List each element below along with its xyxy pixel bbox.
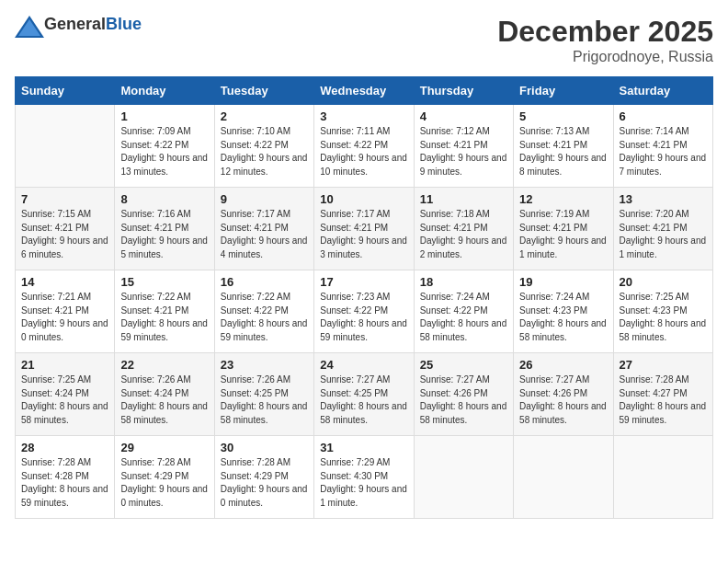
day-number: 13: [620, 192, 707, 206]
day-number: 1: [120, 109, 208, 123]
day-info: Sunrise: 7:27 AMSunset: 4:26 PMDaylight:…: [519, 373, 607, 427]
calendar-cell: 30Sunrise: 7:28 AMSunset: 4:29 PMDayligh…: [214, 436, 313, 519]
calendar-cell: 12Sunrise: 7:19 AMSunset: 4:21 PMDayligh…: [514, 188, 613, 270]
weekday-header-sunday: Sunday: [16, 77, 115, 105]
day-number: 31: [320, 441, 407, 454]
calendar-cell: 13Sunrise: 7:20 AMSunset: 4:21 PMDayligh…: [613, 188, 712, 270]
day-number: 11: [420, 192, 507, 206]
day-number: 30: [221, 441, 308, 454]
location-title: Prigorodnoye, Russia: [497, 49, 713, 65]
day-info: Sunrise: 7:14 AMSunset: 4:21 PMDaylight:…: [620, 125, 707, 178]
calendar-cell: 9Sunrise: 7:17 AMSunset: 4:21 PMDaylight…: [214, 188, 313, 270]
day-number: 21: [21, 358, 108, 372]
calendar-cell: 26Sunrise: 7:27 AMSunset: 4:26 PMDayligh…: [514, 353, 613, 436]
calendar-cell: 29Sunrise: 7:28 AMSunset: 4:29 PMDayligh…: [115, 436, 214, 519]
day-number: 3: [320, 109, 407, 123]
day-info: Sunrise: 7:22 AMSunset: 4:21 PMDaylight:…: [120, 291, 208, 344]
calendar-cell: 21Sunrise: 7:25 AMSunset: 4:24 PMDayligh…: [16, 353, 115, 436]
week-row-5: 28Sunrise: 7:28 AMSunset: 4:28 PMDayligh…: [16, 436, 713, 519]
calendar-cell: 14Sunrise: 7:21 AMSunset: 4:21 PMDayligh…: [16, 270, 115, 353]
day-info: Sunrise: 7:27 AMSunset: 4:25 PMDaylight:…: [320, 373, 407, 427]
calendar-cell: 10Sunrise: 7:17 AMSunset: 4:21 PMDayligh…: [314, 188, 414, 270]
day-number: 2: [221, 109, 308, 123]
day-number: 14: [21, 275, 108, 289]
calendar-cell: 17Sunrise: 7:23 AMSunset: 4:22 PMDayligh…: [314, 270, 414, 353]
weekday-header-tuesday: Tuesday: [214, 77, 313, 105]
day-number: 27: [620, 358, 707, 372]
weekday-header-thursday: Thursday: [414, 77, 513, 105]
day-info: Sunrise: 7:23 AMSunset: 4:22 PMDaylight:…: [320, 291, 407, 344]
day-number: 28: [21, 441, 108, 454]
calendar-cell: [613, 436, 712, 519]
day-number: 17: [320, 275, 407, 289]
day-info: Sunrise: 7:22 AMSunset: 4:22 PMDaylight:…: [221, 291, 308, 344]
day-info: Sunrise: 7:17 AMSunset: 4:21 PMDaylight:…: [320, 208, 407, 261]
month-title: December 2025: [497, 15, 713, 49]
day-info: Sunrise: 7:21 AMSunset: 4:21 PMDaylight:…: [21, 291, 108, 344]
day-number: 23: [221, 358, 308, 372]
day-number: 18: [420, 275, 507, 289]
calendar-cell: 11Sunrise: 7:18 AMSunset: 4:21 PMDayligh…: [414, 188, 513, 270]
calendar-cell: 25Sunrise: 7:27 AMSunset: 4:26 PMDayligh…: [414, 353, 513, 436]
weekday-header-monday: Monday: [115, 77, 214, 105]
day-number: 7: [21, 192, 108, 206]
day-number: 10: [320, 192, 407, 206]
calendar-cell: 23Sunrise: 7:26 AMSunset: 4:25 PMDayligh…: [214, 353, 313, 436]
calendar-cell: 28Sunrise: 7:28 AMSunset: 4:28 PMDayligh…: [16, 436, 115, 519]
day-number: 6: [620, 109, 707, 123]
calendar-cell: [414, 436, 513, 519]
day-number: 22: [120, 358, 208, 372]
calendar-cell: 19Sunrise: 7:24 AMSunset: 4:23 PMDayligh…: [514, 270, 613, 353]
calendar-cell: 4Sunrise: 7:12 AMSunset: 4:21 PMDaylight…: [414, 105, 513, 188]
calendar-cell: 18Sunrise: 7:24 AMSunset: 4:22 PMDayligh…: [414, 270, 513, 353]
day-info: Sunrise: 7:25 AMSunset: 4:24 PMDaylight:…: [21, 373, 108, 427]
day-number: 20: [620, 275, 707, 289]
day-number: 15: [120, 275, 208, 289]
day-number: 8: [120, 192, 208, 206]
week-row-4: 21Sunrise: 7:25 AMSunset: 4:24 PMDayligh…: [16, 353, 713, 436]
day-number: 16: [221, 275, 308, 289]
calendar-cell: 20Sunrise: 7:25 AMSunset: 4:23 PMDayligh…: [613, 270, 712, 353]
day-number: 25: [420, 358, 507, 372]
day-info: Sunrise: 7:20 AMSunset: 4:21 PMDaylight:…: [620, 208, 707, 261]
day-info: Sunrise: 7:28 AMSunset: 4:27 PMDaylight:…: [620, 373, 707, 427]
weekday-header-friday: Friday: [514, 77, 613, 105]
day-number: 19: [519, 275, 607, 289]
day-number: 4: [420, 109, 507, 123]
day-number: 9: [221, 192, 308, 206]
weekday-header-saturday: Saturday: [613, 77, 712, 105]
day-number: 12: [519, 192, 607, 206]
day-info: Sunrise: 7:27 AMSunset: 4:26 PMDaylight:…: [420, 373, 507, 427]
day-info: Sunrise: 7:12 AMSunset: 4:21 PMDaylight:…: [420, 125, 507, 178]
weekday-header-row: SundayMondayTuesdayWednesdayThursdayFrid…: [16, 77, 713, 105]
day-number: 5: [519, 109, 607, 123]
logo-icon: [15, 16, 40, 34]
calendar-cell: 16Sunrise: 7:22 AMSunset: 4:22 PMDayligh…: [214, 270, 313, 353]
calendar-cell: 31Sunrise: 7:29 AMSunset: 4:30 PMDayligh…: [314, 436, 414, 519]
logo-blue: Blue: [106, 15, 142, 33]
calendar-cell: 3Sunrise: 7:11 AMSunset: 4:22 PMDaylight…: [314, 105, 414, 188]
day-info: Sunrise: 7:19 AMSunset: 4:21 PMDaylight:…: [519, 208, 607, 261]
calendar-cell: 5Sunrise: 7:13 AMSunset: 4:21 PMDaylight…: [514, 105, 613, 188]
day-info: Sunrise: 7:26 AMSunset: 4:25 PMDaylight:…: [221, 373, 308, 427]
day-info: Sunrise: 7:29 AMSunset: 4:30 PMDaylight:…: [320, 456, 407, 510]
calendar-cell: 1Sunrise: 7:09 AMSunset: 4:22 PMDaylight…: [115, 105, 214, 188]
logo-general: General: [44, 15, 106, 33]
day-info: Sunrise: 7:13 AMSunset: 4:21 PMDaylight:…: [519, 125, 607, 178]
day-info: Sunrise: 7:25 AMSunset: 4:23 PMDaylight:…: [620, 291, 707, 344]
day-number: 26: [519, 358, 607, 372]
calendar-cell: [514, 436, 613, 519]
calendar-table: SundayMondayTuesdayWednesdayThursdayFrid…: [15, 76, 713, 519]
day-info: Sunrise: 7:28 AMSunset: 4:28 PMDaylight:…: [21, 456, 108, 510]
calendar-cell: 22Sunrise: 7:26 AMSunset: 4:24 PMDayligh…: [115, 353, 214, 436]
day-info: Sunrise: 7:26 AMSunset: 4:24 PMDaylight:…: [120, 373, 208, 427]
calendar-cell: 7Sunrise: 7:15 AMSunset: 4:21 PMDaylight…: [16, 188, 115, 270]
calendar-cell: 24Sunrise: 7:27 AMSunset: 4:25 PMDayligh…: [314, 353, 414, 436]
logo-text: GeneralBlue: [44, 15, 142, 34]
day-number: 24: [320, 358, 407, 372]
day-info: Sunrise: 7:28 AMSunset: 4:29 PMDaylight:…: [120, 456, 208, 510]
day-info: Sunrise: 7:09 AMSunset: 4:22 PMDaylight:…: [120, 125, 208, 178]
day-info: Sunrise: 7:10 AMSunset: 4:22 PMDaylight:…: [221, 125, 308, 178]
day-number: 29: [120, 441, 208, 454]
week-row-3: 14Sunrise: 7:21 AMSunset: 4:21 PMDayligh…: [16, 270, 713, 353]
